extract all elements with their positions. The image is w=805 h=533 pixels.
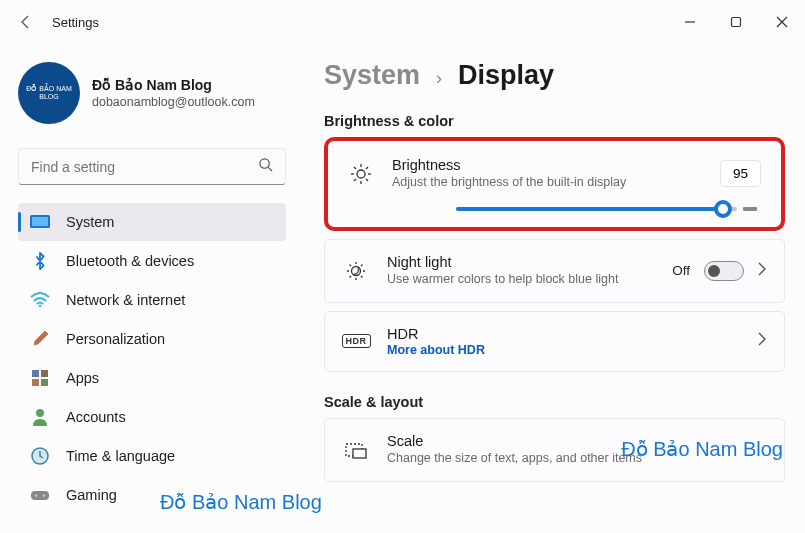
- svg-line-33: [350, 276, 352, 278]
- search-field[interactable]: [31, 159, 258, 175]
- svg-point-16: [357, 170, 365, 178]
- page-title: Display: [458, 60, 554, 91]
- nav-network[interactable]: Network & internet: [18, 281, 286, 319]
- nav-label: Time & language: [66, 448, 175, 464]
- night-light-icon: [343, 260, 369, 282]
- user-profile[interactable]: ĐỖ BẢO NAM BLOG Đỗ Bảo Nam Blog dobaonam…: [18, 62, 286, 124]
- svg-rect-9: [32, 379, 39, 386]
- chevron-right-icon[interactable]: [758, 332, 766, 350]
- nav-label: Apps: [66, 370, 99, 386]
- svg-rect-35: [353, 449, 366, 458]
- hdr-title: HDR: [387, 326, 758, 342]
- profile-name: Đỗ Bảo Nam Blog: [92, 77, 255, 93]
- svg-line-30: [350, 264, 352, 266]
- nav-bluetooth[interactable]: Bluetooth & devices: [18, 242, 286, 280]
- nav-accounts[interactable]: Accounts: [18, 398, 286, 436]
- svg-line-21: [354, 167, 356, 169]
- hdr-icon: HDR: [343, 334, 369, 348]
- search-icon: [258, 157, 273, 176]
- svg-rect-1: [732, 18, 741, 27]
- profile-email: dobaonamblog@outlook.com: [92, 95, 255, 109]
- brightness-card[interactable]: Brightness Adjust the brightness of the …: [324, 137, 785, 231]
- hdr-card[interactable]: HDR HDR More about HDR: [324, 311, 785, 372]
- nav-label: Personalization: [66, 331, 165, 347]
- nav-time-language[interactable]: Time & language: [18, 437, 286, 475]
- svg-point-14: [35, 494, 37, 496]
- wifi-icon: [30, 290, 50, 310]
- svg-point-2: [260, 159, 269, 168]
- nav-apps[interactable]: Apps: [18, 359, 286, 397]
- brightness-slider[interactable]: [456, 207, 737, 211]
- breadcrumb-parent[interactable]: System: [324, 60, 420, 91]
- svg-line-24: [354, 179, 356, 181]
- back-icon[interactable]: [18, 14, 34, 30]
- night-light-title: Night light: [387, 254, 672, 270]
- chevron-right-icon: ›: [436, 68, 442, 89]
- apps-icon: [30, 368, 50, 388]
- svg-line-3: [268, 167, 272, 171]
- nav-label: System: [66, 214, 114, 230]
- bluetooth-icon: [30, 251, 50, 271]
- svg-line-31: [361, 276, 363, 278]
- brightness-title: Brightness: [392, 157, 720, 173]
- clock-icon: [30, 446, 50, 466]
- brightness-sub: Adjust the brightness of the built-in di…: [392, 174, 720, 191]
- breadcrumb: System › Display: [324, 60, 785, 91]
- nav-label: Accounts: [66, 409, 126, 425]
- watermark: Đỗ Bảo Nam Blog: [160, 490, 322, 514]
- svg-rect-7: [32, 370, 39, 377]
- section-scale-layout: Scale & layout: [324, 394, 785, 410]
- svg-point-6: [39, 305, 42, 308]
- brush-icon: [30, 329, 50, 349]
- svg-rect-8: [41, 370, 48, 377]
- nav-system[interactable]: System: [18, 203, 286, 241]
- sun-icon: [348, 163, 374, 185]
- hdr-link[interactable]: More about HDR: [387, 343, 758, 357]
- brightness-value: 95: [720, 160, 761, 187]
- section-brightness-color: Brightness & color: [324, 113, 785, 129]
- minimize-button[interactable]: [667, 0, 713, 44]
- night-light-state: Off: [672, 263, 690, 278]
- svg-line-22: [366, 179, 368, 181]
- scale-icon: [343, 441, 369, 459]
- svg-line-32: [361, 264, 363, 266]
- svg-point-11: [36, 409, 44, 417]
- svg-rect-13: [31, 491, 49, 500]
- chevron-right-icon[interactable]: [758, 262, 766, 280]
- svg-line-23: [366, 167, 368, 169]
- close-button[interactable]: [759, 0, 805, 44]
- nav-label: Gaming: [66, 487, 117, 503]
- gamepad-icon: [30, 485, 50, 505]
- nav-personalization[interactable]: Personalization: [18, 320, 286, 358]
- svg-point-15: [43, 494, 45, 496]
- svg-rect-5: [32, 217, 48, 226]
- search-input[interactable]: [18, 148, 286, 185]
- night-light-toggle[interactable]: [704, 261, 744, 281]
- system-icon: [30, 212, 50, 232]
- watermark: Đỗ Bảo Nam Blog: [621, 437, 783, 461]
- avatar: ĐỖ BẢO NAM BLOG: [18, 62, 80, 124]
- person-icon: [30, 407, 50, 427]
- slider-thumb[interactable]: [714, 200, 732, 218]
- window-title: Settings: [52, 15, 99, 30]
- night-light-sub: Use warmer colors to help block blue lig…: [387, 271, 672, 288]
- nav-label: Bluetooth & devices: [66, 253, 194, 269]
- svg-rect-10: [41, 379, 48, 386]
- nav-label: Network & internet: [66, 292, 185, 308]
- night-light-card[interactable]: Night light Use warmer colors to help bl…: [324, 239, 785, 303]
- maximize-button[interactable]: [713, 0, 759, 44]
